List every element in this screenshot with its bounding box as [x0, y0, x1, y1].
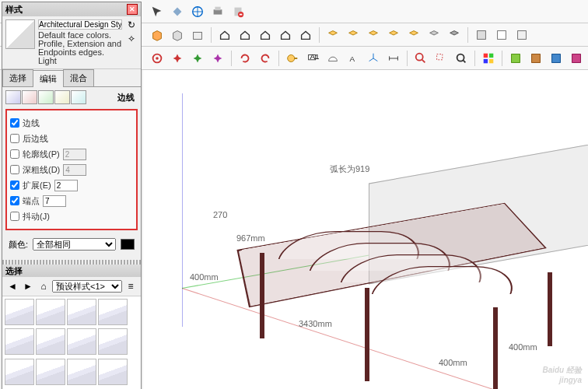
render1-icon[interactable] [472, 26, 491, 44]
val-endpoints[interactable] [43, 195, 66, 207]
tool-bucket-icon[interactable] [168, 2, 187, 21]
render3-icon[interactable] [513, 26, 531, 44]
style-thumb[interactable] [67, 299, 96, 325]
preset-select[interactable]: 预设样式<1> [52, 280, 122, 293]
shape-cube-icon[interactable] [148, 26, 166, 44]
plugin1-icon[interactable] [506, 49, 525, 68]
style-thumb[interactable] [5, 328, 34, 355]
plugin3-icon[interactable] [547, 49, 565, 68]
model-post [548, 272, 552, 346]
style-thumb[interactable] [5, 299, 34, 325]
style-thumbnails [2, 296, 141, 389]
lbl-profiles: 轮廓线(P) [23, 149, 60, 160]
val-depth[interactable] [63, 164, 86, 176]
render2-icon[interactable] [492, 26, 511, 44]
axis-blue [182, 93, 183, 327]
protractor-icon[interactable] [324, 49, 342, 68]
target-icon[interactable] [148, 49, 166, 68]
panel-titlebar[interactable]: 样式 ✕ [2, 2, 141, 16]
svg-rect-25 [572, 54, 581, 62]
chk-extension[interactable] [10, 180, 19, 190]
close-icon[interactable]: ✕ [127, 4, 138, 15]
shape-box-icon[interactable] [188, 26, 207, 44]
svg-point-11 [288, 54, 295, 61]
chk-back-edges[interactable] [10, 134, 19, 143]
tab-mix[interactable]: 混合 [63, 69, 94, 86]
dimension-icon[interactable] [384, 49, 403, 68]
val-profiles[interactable] [63, 149, 86, 160]
house2-icon[interactable] [236, 26, 254, 44]
tool-delete-icon[interactable] [229, 2, 247, 21]
style-thumb[interactable] [36, 359, 65, 385]
chk-endpoints[interactable] [10, 196, 19, 205]
tool-globe-icon[interactable] [188, 2, 207, 21]
house5-icon[interactable] [296, 26, 315, 44]
style-thumb[interactable] [5, 359, 34, 385]
style-thumb[interactable] [36, 299, 65, 325]
nav-menu-icon[interactable]: ≡ [124, 279, 138, 293]
spark1-icon[interactable] [168, 49, 187, 68]
cat-watermark-icon[interactable] [54, 90, 70, 104]
style-thumb[interactable] [98, 299, 128, 325]
tape-icon[interactable] [283, 49, 302, 68]
style-thumb[interactable] [98, 328, 128, 355]
nav-back-icon[interactable]: ◄ [5, 279, 19, 293]
style7-icon[interactable] [445, 26, 464, 44]
chk-depth[interactable] [10, 165, 19, 174]
style-thumbnail[interactable] [5, 19, 35, 49]
house1-icon[interactable] [215, 26, 234, 44]
nav-fwd-icon[interactable]: ► [21, 279, 35, 293]
cat-model-icon[interactable] [71, 90, 86, 104]
label-icon[interactable]: A1 [303, 49, 322, 68]
search-icon[interactable] [411, 49, 430, 68]
style-thumb[interactable] [36, 328, 65, 355]
tab-edit[interactable]: 编辑 [33, 70, 64, 87]
panel-title: 样式 [5, 4, 23, 16]
chk-jitter[interactable] [10, 212, 19, 221]
style-thumb[interactable] [67, 359, 96, 385]
model-post [260, 253, 264, 338]
style6-icon[interactable] [425, 26, 443, 44]
spark2-icon[interactable] [188, 49, 207, 68]
chk-edges[interactable] [10, 118, 19, 128]
plugin4-icon[interactable] [567, 49, 586, 68]
toolbar-separator [231, 51, 232, 66]
rotate2-icon[interactable] [256, 49, 275, 68]
axes-icon[interactable] [364, 49, 383, 68]
color-label: 颜色: [9, 239, 28, 251]
val-extension[interactable] [54, 180, 78, 191]
cat-face-icon[interactable] [22, 90, 37, 104]
style-thumb[interactable] [67, 328, 96, 355]
rotate1-icon[interactable] [236, 49, 254, 68]
color-palette-icon[interactable] [479, 49, 498, 68]
color-mode-select[interactable]: 全部相同 [33, 238, 116, 251]
axis-red [182, 288, 588, 389]
tab-select[interactable]: 选择 [2, 69, 33, 86]
color-swatch[interactable] [121, 239, 135, 250]
style-thumb[interactable] [98, 359, 128, 385]
tool-arrow-icon[interactable] [148, 2, 166, 21]
zoom-region-icon[interactable] [432, 49, 450, 68]
text-icon[interactable]: A [344, 49, 362, 68]
zoom-icon[interactable] [452, 49, 471, 68]
svg-rect-1 [214, 9, 222, 14]
viewport-3d[interactable]: 弧长为919 967mm 270 400mm 3430mm 400mm 400m… [143, 70, 588, 389]
tool-print-icon[interactable] [208, 2, 227, 21]
style5-icon[interactable] [404, 26, 423, 44]
chk-profiles[interactable] [10, 149, 19, 159]
style-refresh-icon[interactable]: ↻ [125, 19, 138, 32]
style1-icon[interactable] [324, 26, 342, 44]
house4-icon[interactable] [276, 26, 295, 44]
shape-cube2-icon[interactable] [168, 26, 187, 44]
spark3-icon[interactable] [208, 49, 227, 68]
cat-bg-icon[interactable] [38, 90, 54, 104]
nav-home-icon[interactable]: ⌂ [37, 279, 51, 293]
cat-edge-icon[interactable] [5, 90, 21, 104]
plugin2-icon[interactable] [527, 49, 545, 68]
style4-icon[interactable] [384, 26, 403, 44]
house3-icon[interactable] [256, 26, 275, 44]
style3-icon[interactable] [364, 26, 383, 44]
style-new-icon[interactable]: ✧ [125, 33, 138, 46]
style-name-field[interactable] [38, 19, 122, 30]
style2-icon[interactable] [344, 26, 362, 44]
